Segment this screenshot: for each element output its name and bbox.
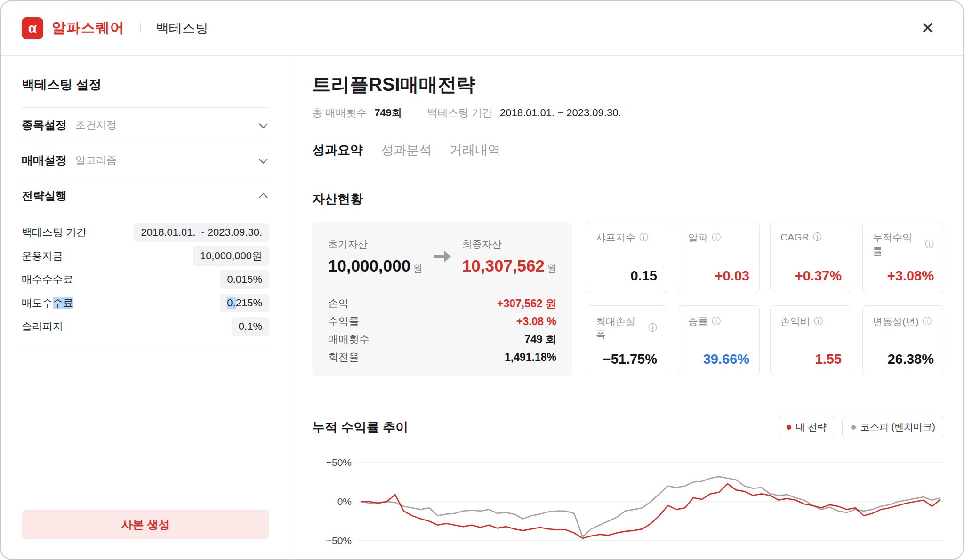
capital-input[interactable]: 10,000,000원 <box>193 246 269 266</box>
metric-card-max-drawdown: 최대손실폭ⓘ −51.75% <box>586 305 667 377</box>
chart-plot-area <box>357 457 944 559</box>
metric-label: 손익비 <box>780 315 810 328</box>
return-row: 수익률 +3.08 % <box>326 312 558 330</box>
settings-sidebar: 백테스팅 설정 종목설정 조건지정 매매설정 알고리즘 전략실행 백테스팅 기간 <box>1 56 290 559</box>
row-label: 손익 <box>328 296 349 311</box>
initial-asset-label: 초기자산 <box>328 238 422 251</box>
slippage-input[interactable]: 0.1% <box>232 317 269 336</box>
field-label: 매도수수료 <box>22 296 73 310</box>
metric-label: CAGR <box>780 232 809 243</box>
window-body: 백테스팅 설정 종목설정 조건지정 매매설정 알고리즘 전략실행 백테스팅 기간 <box>1 56 963 559</box>
period-input[interactable]: 2018.01.01. ~ 2023.09.30. <box>134 223 269 242</box>
info-icon[interactable]: ⓘ <box>712 315 721 328</box>
section-label: 매매설정 <box>22 153 67 168</box>
field-label: 백테스팅 기간 <box>22 225 87 240</box>
legend-label: 코스피 (벤치마크) <box>860 421 935 433</box>
chevron-down-icon <box>259 155 267 163</box>
right-arrow-icon <box>432 249 453 264</box>
sidebar-title: 백테스팅 설정 <box>22 76 269 93</box>
row-label: 수익률 <box>328 314 359 328</box>
results-main: 트리플RSI매매전략 총 매매횟수 749회 백테스팅 기간 2018.01.0… <box>290 56 963 559</box>
create-copy-button[interactable]: 사본 생성 <box>22 510 269 539</box>
row-value: 1,491.18% <box>505 351 556 364</box>
legend-kospi-benchmark[interactable]: 코스피 (벤치마크) <box>842 416 944 438</box>
turnover-row: 회전율 1,491.18% <box>326 348 558 366</box>
divider <box>326 288 558 288</box>
metric-label: 알파 <box>688 231 708 244</box>
field-capital: 운용자금 10,000,000원 <box>22 244 269 268</box>
metric-card-cumulative-return: 누적수익률ⓘ +3.08% <box>862 222 944 293</box>
row-label: 회전율 <box>328 350 359 364</box>
sell-fee-input[interactable]: 0.215% <box>220 294 269 312</box>
metric-value: −51.75% <box>603 352 657 367</box>
tab-performance-summary[interactable]: 성과요약 <box>312 142 363 161</box>
info-icon[interactable]: ⓘ <box>639 232 648 244</box>
metric-value: 0.15 <box>631 268 657 284</box>
sidebar-section-trade-settings[interactable]: 매매설정 알고리즘 <box>22 143 269 178</box>
backtest-period-label: 백테스팅 기간 <box>427 106 492 120</box>
metric-label: 최대손실폭 <box>596 315 644 341</box>
initial-asset-value: 10,000,000원 <box>328 256 422 275</box>
row-value: +307,562 원 <box>497 296 556 311</box>
metric-value: 1.55 <box>815 352 842 367</box>
close-icon[interactable]: ✕ <box>919 18 937 39</box>
legend-my-strategy[interactable]: 내 전략 <box>778 416 836 438</box>
strategy-run-fields: 백테스팅 기간 2018.01.01. ~ 2023.09.30. 운용자금 1… <box>22 221 269 338</box>
total-trades-label: 총 매매횟수 <box>312 106 367 120</box>
alphasquare-logo-icon[interactable]: α <box>22 17 43 39</box>
info-icon[interactable]: ⓘ <box>712 232 721 244</box>
unit-label: 원 <box>413 263 422 273</box>
backtest-period-value: 2018.01.01. ~ 2023.09.30. <box>500 107 621 119</box>
gray-dot-icon <box>851 425 856 430</box>
field-slippage: 슬리피지 0.1% <box>22 315 269 338</box>
info-icon[interactable]: ⓘ <box>648 322 657 334</box>
metric-card-sharpe: 샤프지수ⓘ 0.15 <box>586 222 667 293</box>
sidebar-section-strategy-run[interactable]: 전략실행 <box>22 178 269 213</box>
info-icon[interactable]: ⓘ <box>925 238 934 250</box>
row-value: 749 회 <box>524 332 556 347</box>
unit-label: 원 <box>547 263 556 273</box>
metric-value: +0.03 <box>715 268 749 284</box>
y-tick-label: +50% <box>312 456 352 469</box>
final-asset: 최종자산 10,307,562원 <box>462 238 556 275</box>
metric-card-cagr: CAGRⓘ +0.37% <box>770 222 852 293</box>
final-asset-value: 10,307,562원 <box>462 256 556 275</box>
value-selected-text: 0. <box>227 297 235 309</box>
info-icon[interactable]: ⓘ <box>813 231 822 243</box>
total-trades-value: 749회 <box>374 106 402 120</box>
field-label: 매수수수료 <box>22 272 73 287</box>
asset-panel-top: 초기자산 10,000,000원 최종자산 10,307,562원 <box>326 236 558 275</box>
brand: α 알파스퀘어 ㅣ 백테스팅 <box>22 17 209 39</box>
y-tick-label: −50% <box>312 535 352 547</box>
metric-value: +3.08% <box>887 268 934 284</box>
metric-card-volatility: 변동성(년)ⓘ 26.38% <box>862 305 944 377</box>
buy-fee-input[interactable]: 0.015% <box>220 270 269 289</box>
field-backtest-period: 백테스팅 기간 2018.01.01. ~ 2023.09.30. <box>22 221 269 244</box>
red-dot-icon <box>787 425 791 430</box>
tab-performance-analysis[interactable]: 성과분석 <box>381 142 432 161</box>
chart-legend: 내 전략 코스피 (벤치마크) <box>778 416 944 438</box>
metric-value: 26.38% <box>888 352 934 367</box>
asset-panel: 초기자산 10,000,000원 최종자산 10,307,562원 <box>312 222 572 376</box>
result-tabs: 성과요약 성과분석 거래내역 <box>312 142 944 161</box>
info-icon[interactable]: ⓘ <box>923 315 932 328</box>
brand-separator: ㅣ <box>134 20 146 36</box>
metric-label: 샤프지수 <box>596 231 635 244</box>
divider <box>22 350 269 350</box>
cumulative-return-chart: +50%0%−50%−100% 2018.0105102019.03082020… <box>312 457 944 559</box>
sidebar-section-stock-settings[interactable]: 종목설정 조건지정 <box>22 108 269 143</box>
chart-title: 누적 수익률 추이 <box>312 419 408 436</box>
y-axis-labels: +50%0%−50%−100% <box>312 457 352 559</box>
metric-card-profit-loss-ratio: 손익비ⓘ 1.55 <box>770 305 852 377</box>
profit-row: 손익 +307,562 원 <box>326 295 558 312</box>
benchmark-line <box>361 477 940 537</box>
label-plain: 매도수 <box>22 297 53 309</box>
tab-trade-history[interactable]: 거래내역 <box>450 142 500 161</box>
value-plain: 215% <box>236 297 262 309</box>
strategy-meta: 총 매매횟수 749회 백테스팅 기간 2018.01.01. ~ 2023.0… <box>312 106 944 120</box>
field-label: 슬리피지 <box>22 320 63 334</box>
info-icon[interactable]: ⓘ <box>814 315 823 328</box>
backtesting-window: α 알파스퀘어 ㅣ 백테스팅 ✕ 백테스팅 설정 종목설정 조건지정 매매설정 … <box>0 0 964 560</box>
row-value: +3.08 % <box>516 315 556 328</box>
row-label: 매매횟수 <box>328 332 370 346</box>
